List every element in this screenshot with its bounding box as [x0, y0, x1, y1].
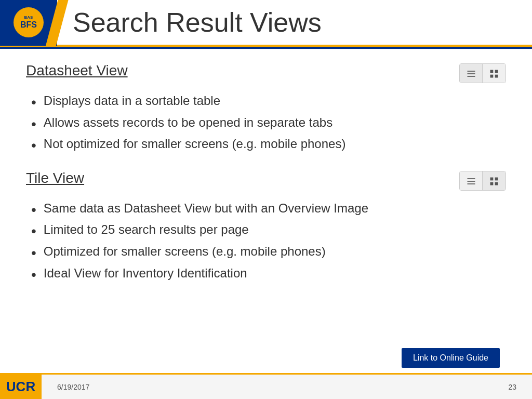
- svg-rect-2: [467, 76, 475, 77]
- grid-icon: [489, 176, 499, 187]
- logo-circle: BAS BFS: [14, 7, 44, 37]
- svg-rect-3: [490, 70, 494, 73]
- list-icon: [466, 69, 476, 79]
- svg-rect-0: [467, 71, 475, 72]
- list-item: Not optimized for smaller screens (e.g. …: [31, 137, 506, 154]
- svg-rect-9: [467, 183, 475, 184]
- svg-rect-13: [495, 182, 498, 185]
- datasheet-view-toggle: [459, 63, 506, 83]
- bas-label: BAS: [24, 15, 33, 20]
- svg-rect-7: [467, 178, 475, 179]
- header: BAS BFS Search Result Views: [0, 0, 532, 47]
- svg-rect-5: [490, 75, 494, 78]
- datasheet-bullet-list: Displays data in a sortable table Allows…: [31, 94, 506, 154]
- svg-rect-10: [490, 177, 494, 180]
- list-item: Same data as Datasheet View but with an …: [31, 201, 506, 219]
- svg-rect-12: [490, 182, 494, 185]
- page-title: Search Result Views: [73, 7, 322, 38]
- svg-rect-11: [495, 177, 498, 180]
- bfs-label: BFS: [20, 20, 37, 30]
- footer-page-number: 23: [508, 383, 516, 391]
- grid-view-btn[interactable]: [483, 64, 506, 83]
- list-view-btn[interactable]: [460, 64, 483, 83]
- list-item: Displays data in a sortable table: [31, 94, 506, 111]
- svg-rect-8: [467, 181, 475, 182]
- logo-area: BAS BFS: [0, 0, 57, 46]
- footer-logo: UCR: [0, 374, 42, 400]
- list-item: Optimized for smaller screens (e.g. mobi…: [31, 244, 506, 262]
- grid-icon: [489, 69, 499, 79]
- svg-rect-1: [467, 73, 475, 74]
- footer: UCR 6/19/2017 23: [0, 373, 532, 399]
- datasheet-header: Datasheet View: [26, 62, 506, 86]
- footer-date: 6/19/2017: [57, 383, 89, 391]
- tile-list-view-btn[interactable]: [460, 171, 483, 191]
- online-guide-button[interactable]: Link to Online Guide: [402, 348, 500, 368]
- list-icon: [466, 176, 476, 187]
- datasheet-title: Datasheet View: [26, 62, 128, 79]
- svg-rect-4: [495, 70, 498, 73]
- footer-logo-text: UCR: [6, 379, 35, 395]
- datasheet-section: Datasheet View: [26, 62, 506, 154]
- logo-stripe: [46, 0, 69, 46]
- tile-header: Tile View: [26, 170, 506, 194]
- tile-grid-view-btn[interactable]: [483, 171, 506, 191]
- tile-section: Tile View: [26, 170, 506, 283]
- list-item: Limited to 25 search results per page: [31, 222, 506, 240]
- tile-bullet-list: Same data as Datasheet View but with an …: [31, 201, 506, 283]
- list-item: Allows assets records to be opened in se…: [31, 115, 506, 133]
- main-content: Datasheet View: [0, 47, 532, 373]
- tile-title: Tile View: [26, 170, 84, 187]
- tile-view-toggle: [459, 171, 506, 191]
- svg-rect-6: [495, 75, 498, 78]
- list-item: Ideal View for Inventory Identification: [31, 266, 506, 284]
